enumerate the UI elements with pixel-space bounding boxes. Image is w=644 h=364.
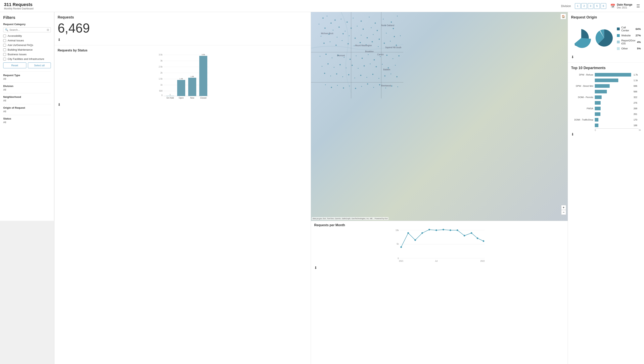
legend-report2gov: Report2Gov iOS 4% — [617, 39, 641, 45]
division-button-3[interactable]: 3 — [588, 3, 594, 9]
filter-group-division: Division All — [3, 82, 51, 93]
map-home-button[interactable]: 🏠 — [560, 14, 566, 19]
line-chart-svg: 10k 5k 0 2021 Jul 2022 — [314, 228, 564, 265]
svg-text:0: 0 — [161, 94, 162, 96]
reset-button[interactable]: Reset — [3, 62, 26, 68]
svg-point-65 — [373, 34, 374, 35]
origin-download-icon[interactable]: ⬇ — [571, 55, 574, 59]
svg-point-87 — [344, 57, 344, 58]
svg-point-44 — [391, 22, 392, 23]
category-business-issues[interactable]: Business Issues — [3, 53, 51, 56]
svg-point-109 — [395, 65, 396, 66]
search-input[interactable] — [10, 28, 46, 31]
svg-text:New: New — [190, 97, 194, 99]
svg-point-110 — [324, 73, 325, 74]
svg-point-124 — [331, 87, 332, 88]
dept-row-pwsa: PWSA 268 — [571, 107, 641, 110]
download-icon[interactable]: ⬇ — [58, 38, 61, 42]
svg-point-165 — [477, 238, 478, 239]
svg-point-74 — [348, 43, 349, 44]
legend-call-center: Call Center 64% — [617, 26, 641, 32]
date-range-text: Date Range Dec 2021 — [617, 3, 632, 9]
requests-top: Requests 6,469 ⬇ — [54, 12, 311, 46]
svg-point-111 — [330, 76, 331, 76]
svg-text:North Oakland: North Oakland — [381, 24, 394, 26]
svg-point-103 — [358, 68, 358, 69]
svg-point-47 — [333, 30, 334, 30]
svg-text:1.6k: 1.6k — [190, 76, 194, 78]
svg-point-134 — [391, 86, 392, 86]
select-all-button[interactable]: Select all — [28, 62, 51, 68]
division-button-1[interactable]: 1 — [575, 3, 580, 9]
filter-group-neighborhood: Neighborhood All — [3, 93, 51, 104]
line-chart-area: 10k 5k 0 2021 Jul 2022 — [314, 228, 564, 265]
svg-point-32 — [322, 18, 324, 19]
dept-bar-2 — [595, 78, 618, 82]
svg-point-67 — [386, 33, 387, 34]
division-button-2[interactable]: 2 — [581, 3, 587, 9]
calendar-icon[interactable]: 📅 — [610, 4, 615, 8]
date-range-value: Dec 2021 — [617, 6, 632, 9]
pie-container: Call Center 64% Website 27% Report2Gov i… — [571, 22, 641, 54]
division-button-5[interactable]: 5 — [594, 3, 600, 9]
category-ask-us[interactable]: Ask Us/General FAQs — [3, 44, 51, 46]
app-subtitle: Monthly Review Dashboard — [4, 7, 34, 10]
svg-text:Brookline: Brookline — [365, 50, 374, 53]
filter-icon[interactable]: ⊟ — [47, 28, 49, 31]
dept-row-4: 566 — [571, 90, 641, 94]
svg-point-159 — [436, 230, 437, 231]
svg-point-43 — [383, 19, 384, 20]
svg-point-166 — [483, 240, 484, 242]
svg-point-50 — [350, 28, 352, 29]
svg-text:5k: 5k — [396, 243, 399, 245]
legend-color-website — [617, 34, 620, 37]
dept-row-dpw-refuse: DPW - Refuse 1.7k — [571, 73, 641, 76]
svg-point-85 — [332, 58, 332, 58]
date-range-label: Date Range — [617, 3, 632, 6]
svg-point-41 — [369, 17, 370, 18]
svg-text:On Hold: On Hold — [166, 97, 174, 99]
top-departments-section: Top 10 Departments DPW - Refuse 1.7k 1.1… — [568, 63, 644, 364]
dept-row-8: 261 — [571, 112, 641, 116]
checkbox-city-facilities[interactable] — [3, 58, 6, 60]
svg-point-84 — [326, 54, 326, 55]
svg-point-56 — [393, 28, 394, 29]
depts-download-icon[interactable]: ⬇ — [571, 132, 574, 136]
category-city-facilities[interactable]: City Facilities and Infrastructure — [3, 58, 51, 60]
svg-text:Closed: Closed — [200, 97, 206, 99]
svg-point-94 — [386, 55, 388, 56]
zoom-out-button[interactable]: − — [561, 210, 566, 215]
checkbox-animal-issues[interactable] — [3, 39, 6, 42]
menu-icon[interactable]: ☰ — [636, 4, 640, 8]
dept-row-2: 1.1k — [571, 78, 641, 82]
checkbox-ask-us[interactable] — [3, 44, 6, 46]
chart-download-icon[interactable]: ⬇ — [58, 102, 61, 107]
svg-point-93 — [380, 56, 381, 57]
division-button-6[interactable]: 6 — [600, 3, 606, 9]
category-building-maintenance[interactable]: Building Maintenance — [3, 48, 51, 51]
main-layout: Filters Request Category 🔍 ⊟ Accessibili… — [0, 12, 644, 364]
checkbox-business-issues[interactable] — [3, 53, 6, 56]
svg-point-102 — [352, 65, 353, 66]
checkbox-accessibility[interactable] — [3, 34, 6, 37]
svg-point-39 — [353, 18, 354, 18]
zoom-in-button[interactable]: + — [561, 205, 566, 210]
svg-point-71 — [330, 42, 330, 42]
svg-point-60 — [342, 33, 344, 34]
svg-point-105 — [370, 64, 370, 64]
svg-point-120 — [384, 75, 386, 76]
svg-point-112 — [336, 73, 337, 74]
category-accessibility[interactable]: Accessibility — [3, 34, 51, 37]
svg-text:Open: Open — [179, 97, 184, 99]
dept-bar-domi-permits — [595, 96, 602, 99]
map-panel: North Oakland Brookline Carrick Mount Wa… — [311, 12, 568, 221]
division-label: Division — [561, 4, 571, 8]
checkbox-building-maintenance[interactable] — [3, 48, 6, 51]
line-chart-download-icon[interactable]: ⬇ — [314, 266, 317, 270]
svg-point-73 — [342, 40, 342, 41]
dept-row-domi-permits: DOMI - Permits 322 — [571, 96, 641, 99]
svg-point-35 — [318, 24, 320, 24]
category-animal-issues[interactable]: Animal Issues — [3, 39, 51, 42]
pie-chart-proper — [594, 23, 614, 53]
header-right: Division 1 2 3 5 6 📅 Date Range Dec 2021… — [561, 3, 640, 9]
